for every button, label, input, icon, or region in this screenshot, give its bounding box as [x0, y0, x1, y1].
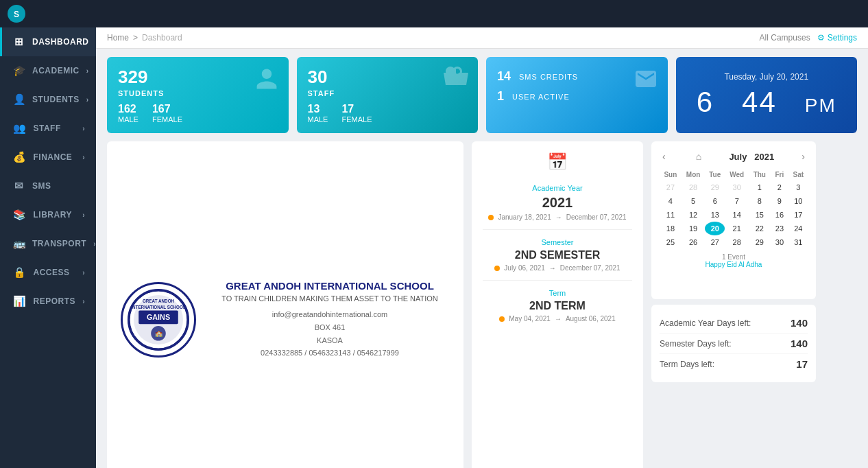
calendar-day[interactable]: 17 — [789, 208, 808, 222]
term-label: Term — [483, 289, 632, 297]
calendar-day[interactable]: 2 — [770, 180, 788, 194]
sidebar-label-sms: SMS — [32, 181, 51, 191]
students-icon: 👤 — [13, 93, 25, 106]
calendar-icon-section: 📅 — [483, 152, 632, 172]
dot-icon — [488, 215, 494, 220]
sms-icon: ✉ — [13, 180, 25, 192]
calendar-day[interactable]: 15 — [749, 208, 770, 222]
calendar-day[interactable]: 1 — [749, 180, 770, 194]
academic-days-label: Academic Year Days left: — [660, 318, 751, 328]
sidebar-item-access[interactable]: 🔒 ACCESS › — [0, 258, 96, 287]
app-logo[interactable]: S — [0, 0, 868, 27]
staff-female-label: FEMALE — [341, 115, 372, 124]
students-male: 162 MALE — [118, 103, 138, 124]
sidebar-item-students[interactable]: 👤 STUDENTS › — [0, 85, 96, 114]
time-minute: 44 — [742, 86, 777, 118]
semester-start: July 06, 2021 — [504, 264, 545, 272]
calendar-prev-icon[interactable]: ‹ — [660, 150, 668, 163]
sidebar-item-transport[interactable]: 🚌 TRANSPORT › — [0, 229, 96, 258]
calendar-day[interactable]: 5 — [682, 194, 706, 208]
academic-year-dates: January 18, 2021 → December 07, 2021 — [483, 213, 632, 221]
sidebar-item-sms[interactable]: ✉ SMS — [0, 172, 96, 200]
breadcrumb-home[interactable]: Home — [107, 33, 129, 43]
mid-left: GREAT ANDOH INTERNATIONAL SCHOOL GAINS 🏫… — [107, 141, 463, 468]
sms-user-count: 1 — [497, 89, 504, 104]
staff-stat-card: 30 STAFF 13 MALE 17 FEMALE — [297, 57, 479, 133]
calendar-day[interactable]: 18 — [660, 222, 682, 235]
cal-day-thu: Thu — [749, 169, 770, 180]
calendar-day[interactable]: 28 — [725, 235, 749, 249]
semester-value: 2ND SEMESTER — [483, 249, 632, 261]
calendar-day[interactable]: 11 — [660, 208, 682, 222]
transport-icon: 🚌 — [13, 237, 25, 250]
calendar-day[interactable]: 4 — [660, 194, 682, 208]
calendar-day[interactable]: 28 — [682, 180, 706, 194]
academic-year-start: January 18, 2021 — [498, 213, 551, 221]
sidebar-item-reports[interactable]: 📊 REPORTS › — [0, 287, 96, 316]
svg-text:🏫: 🏫 — [155, 329, 163, 338]
calendar-day[interactable]: 19 — [682, 222, 706, 235]
dot-icon — [494, 266, 500, 271]
calendar-day[interactable]: 27 — [705, 235, 725, 249]
staff-male-label: MALE — [308, 115, 328, 124]
calendar-day[interactable]: 29 — [705, 180, 725, 194]
term-dates: May 04, 2021 → August 06, 2021 — [483, 315, 632, 323]
date-display: Tuesday, July 20, 2021 — [687, 72, 847, 82]
breadcrumb-campus: All Campuses — [760, 33, 810, 43]
students-stat-card: 329 STUDENTS 162 MALE 167 FEMALE — [107, 57, 289, 133]
calendar-home-icon[interactable]: ⌂ — [693, 150, 704, 163]
calendar-day[interactable]: 24 — [789, 222, 808, 235]
sidebar-item-academic[interactable]: 🎓 ACADEMIC › — [0, 56, 96, 85]
calendar-day[interactable]: 31 — [789, 235, 808, 249]
term-section: Term 2ND TERM May 04, 2021 → August 06, … — [483, 281, 632, 331]
library-icon: 📚 — [13, 209, 27, 221]
calendar-day[interactable]: 25 — [660, 235, 682, 249]
svg-text:INTERNATIONAL SCHOOL: INTERNATIONAL SCHOOL — [131, 305, 186, 309]
mid-content: GREAT ANDOH INTERNATIONAL SCHOOL GAINS 🏫… — [96, 141, 868, 468]
calendar-day[interactable]: 23 — [770, 222, 788, 235]
calendar-day[interactable]: 29 — [749, 235, 770, 249]
sidebar-item-staff[interactable]: 👥 STAFF › — [0, 114, 96, 143]
calendar-day[interactable]: 14 — [725, 208, 749, 222]
staff-male: 13 MALE — [308, 103, 328, 124]
calendar-day[interactable]: 7 — [725, 194, 749, 208]
staff-details: 13 MALE 17 FEMALE — [308, 103, 468, 124]
calendar-day[interactable]: 22 — [749, 222, 770, 235]
calendar-day[interactable]: 12 — [682, 208, 706, 222]
school-box: BOX 461 — [315, 323, 346, 331]
time-display: 6 44 PM — [687, 86, 847, 119]
breadcrumb-left: Home > Dashboard — [107, 33, 182, 43]
sidebar-item-finance[interactable]: 💰 FINANCE › — [0, 143, 96, 172]
sidebar-item-library[interactable]: 📚 LIBRARY › — [0, 200, 96, 229]
settings-button[interactable]: ⚙ Settings — [817, 33, 857, 43]
calendar-day[interactable]: 16 — [770, 208, 788, 222]
dot-icon — [499, 316, 505, 322]
calendar-grid: Sun Mon Tue Wed Thu Fri Sat 272829301234… — [660, 169, 808, 249]
sms-card-icon — [634, 67, 658, 96]
event-count: 1 Event — [660, 253, 808, 261]
calendar-day[interactable]: 13 — [705, 208, 725, 222]
dashboard-icon: ⊞ — [13, 36, 25, 48]
calendar-month-year: July 2021 — [729, 152, 774, 162]
calendar-day[interactable]: 20 — [705, 222, 725, 235]
calendar-day[interactable]: 10 — [789, 194, 808, 208]
calendar-day[interactable]: 21 — [725, 222, 749, 235]
staff-icon — [444, 67, 468, 96]
calendar-event: 1 Event Happy Eid Al Adha — [660, 253, 808, 268]
calendar-day[interactable]: 3 — [789, 180, 808, 194]
sidebar-item-dashboard[interactable]: ⊞ DASHBOARD — [0, 27, 96, 56]
calendar-next-icon[interactable]: › — [799, 150, 808, 163]
calendar-day[interactable]: 9 — [770, 194, 788, 208]
calendar-day[interactable]: 26 — [682, 235, 706, 249]
school-name: GREAT ANDOH INTERNATIONAL SCHOOL — [210, 280, 450, 292]
calendar-day[interactable]: 6 — [705, 194, 725, 208]
term-end: August 06, 2021 — [566, 315, 616, 323]
sidebar-label-transport: TRANSPORT — [32, 239, 86, 248]
calendar-day[interactable]: 30 — [725, 180, 749, 194]
calendar-day[interactable]: 30 — [770, 235, 788, 249]
sidebar-label-dashboard: DASHBOARD — [32, 37, 89, 47]
chevron-right-icon: › — [82, 154, 85, 161]
semester-label: Semester — [483, 238, 632, 246]
calendar-day[interactable]: 8 — [749, 194, 770, 208]
calendar-day[interactable]: 27 — [660, 180, 682, 194]
